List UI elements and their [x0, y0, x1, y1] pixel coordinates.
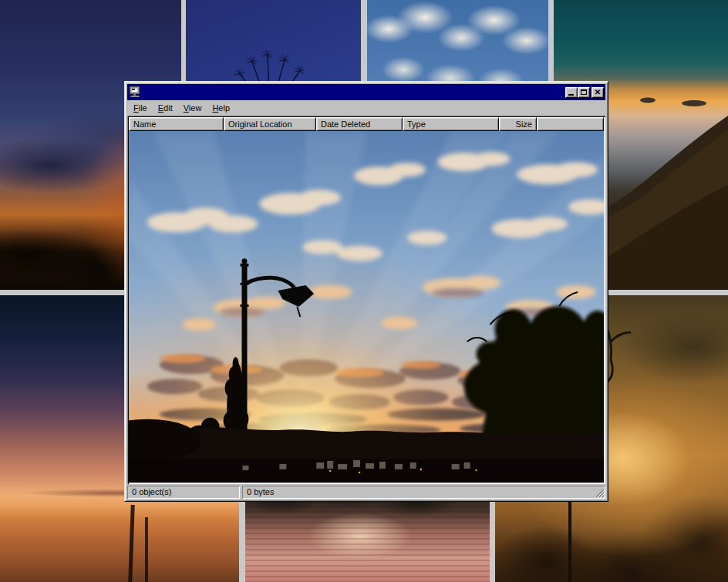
column-header-name[interactable]: Name [129, 117, 224, 131]
menu-item-edit[interactable]: Edit [153, 102, 178, 114]
maximize-icon [581, 89, 587, 95]
titlebar[interactable]: ✕ [127, 84, 605, 100]
list-view-frame: Name Original Location Date Deleted Type… [127, 116, 605, 484]
resize-grip[interactable] [595, 488, 605, 498]
piling-silhouette [128, 505, 134, 582]
column-header-date-deleted[interactable]: Date Deleted [316, 117, 403, 131]
recycle-bin-window: ✕ File Edit View Help Name Original Loca… [124, 81, 608, 502]
maximize-button[interactable] [578, 87, 590, 98]
menu-item-help[interactable]: Help [207, 102, 235, 114]
computer-icon [129, 86, 141, 98]
column-header-size[interactable]: Size [499, 117, 537, 131]
desktop-wallpaper-collage: ✕ File Edit View Help Name Original Loca… [0, 0, 728, 582]
list-view-background-photo[interactable] [129, 131, 604, 483]
piling-silhouette [145, 517, 148, 582]
status-object-count: 0 object(s) [127, 486, 240, 499]
minimize-button[interactable] [565, 87, 578, 98]
status-total-size: 0 bytes [242, 486, 605, 499]
close-button[interactable]: ✕ [592, 87, 604, 98]
column-header-original-location[interactable]: Original Location [224, 117, 316, 131]
minimize-icon [568, 94, 574, 96]
column-header-filler [537, 117, 604, 131]
column-header-row: Name Original Location Date Deleted Type… [129, 117, 604, 131]
menu-item-view[interactable]: View [178, 102, 207, 114]
menu-bar: File Edit View Help [127, 100, 605, 116]
menu-item-file[interactable]: File [128, 102, 153, 114]
status-bar: 0 object(s) 0 bytes [127, 486, 605, 499]
column-header-type[interactable]: Type [403, 117, 499, 131]
close-icon: ✕ [595, 89, 601, 96]
sunset-lamppost-photo [129, 131, 604, 483]
